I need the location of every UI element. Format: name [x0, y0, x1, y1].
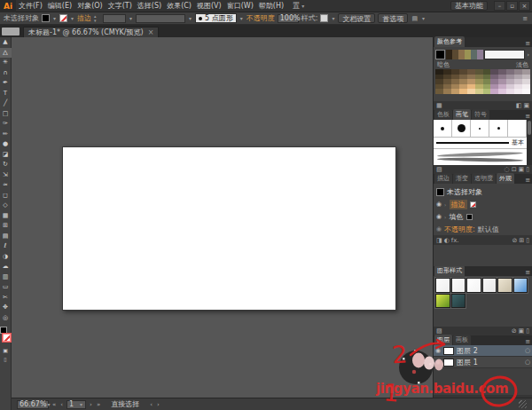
blend-tool[interactable]: ◑: [0, 252, 12, 263]
selection-tool[interactable]: ▲: [0, 37, 12, 48]
chevron-down-icon[interactable]: ▾: [52, 15, 57, 21]
zoom-tool[interactable]: ◎: [0, 313, 12, 324]
preferences-button[interactable]: 首选项: [378, 13, 408, 23]
tab-appearancegroup-3[interactable]: 外观: [497, 173, 514, 184]
layer-row[interactable]: ◉图层 1○: [434, 357, 532, 368]
minimize-button[interactable]: –: [494, 1, 505, 11]
resize-grip[interactable]: [519, 400, 527, 408]
blob-brush-tool[interactable]: ●: [0, 139, 12, 150]
base-color-swatch[interactable]: [435, 50, 445, 59]
save-group-icon[interactable]: ▣: [522, 102, 530, 109]
target-icon[interactable]: ○: [525, 359, 530, 366]
rotate-tool[interactable]: ↻: [0, 160, 12, 170]
shape-builder-tool[interactable]: ◇: [0, 201, 12, 211]
color-swatch[interactable]: [451, 89, 459, 94]
eye-icon[interactable]: ◉: [435, 347, 441, 354]
color-swatch[interactable]: [506, 89, 514, 94]
menu-file[interactable]: 文件(F): [16, 1, 45, 11]
artboard-tool[interactable]: ▭: [0, 282, 12, 293]
app-logo[interactable]: Ai: [0, 0, 16, 12]
zoom-level-select[interactable]: 66.67% ▾: [17, 400, 49, 409]
new-fill-icon[interactable]: ◐: [443, 237, 450, 244]
menu-object[interactable]: 对象(O): [74, 1, 106, 11]
tab-layersgroup-1[interactable]: 画板: [453, 335, 471, 345]
variations-right-icon[interactable]: ›: [526, 51, 530, 59]
graphic-style-item[interactable]: [451, 278, 466, 293]
color-swatch[interactable]: [514, 89, 522, 94]
graphic-style-item[interactable]: [451, 294, 466, 309]
eye-icon[interactable]: ◉: [436, 201, 442, 208]
eye-icon[interactable]: ◉: [436, 213, 442, 220]
brush-item[interactable]: [508, 120, 527, 137]
menu-window[interactable]: 窗口(W): [224, 1, 256, 11]
harmony-color-swatch[interactable]: [458, 50, 465, 59]
brush-item[interactable]: [471, 120, 489, 137]
expand-icon[interactable]: ›: [444, 201, 446, 208]
brush-item[interactable]: [434, 120, 452, 137]
tools-panel-grip[interactable]: [2, 28, 20, 35]
close-button[interactable]: ×: [519, 1, 530, 11]
harmony-color-swatch[interactable]: [465, 50, 471, 59]
harmony-color-swatch[interactable]: [446, 50, 452, 59]
controlbar-menu-icon[interactable]: ≡: [521, 15, 528, 22]
rectangle-tool[interactable]: □: [0, 109, 12, 120]
color-swatch[interactable]: [475, 89, 483, 94]
gradient-tool[interactable]: ▤: [0, 232, 12, 242]
color-swatch[interactable]: [435, 89, 443, 94]
target-icon[interactable]: ○: [525, 347, 530, 354]
break-link-icon[interactable]: ⊘: [511, 327, 518, 335]
expand-icon[interactable]: ›: [444, 214, 446, 220]
line-segment-tool[interactable]: ╱: [0, 99, 12, 109]
color-swatch[interactable]: [498, 89, 506, 94]
tab-graphic-styles[interactable]: 图形样式: [434, 265, 465, 276]
graphic-style-item[interactable]: [435, 294, 450, 309]
graphic-style-item[interactable]: [435, 278, 450, 293]
chevron-down-icon[interactable]: ▾: [301, 3, 305, 9]
opacity-row-label[interactable]: 不透明度:: [444, 225, 475, 234]
color-swatch[interactable]: [459, 89, 467, 94]
brushes-scrollbar[interactable]: [527, 120, 532, 165]
slice-tool[interactable]: ✂: [0, 293, 12, 304]
clear-appearance-icon[interactable]: ⊘: [511, 237, 518, 244]
stroke-weight-stepper[interactable]: ▴▾: [94, 14, 100, 23]
restore-button[interactable]: ▫: [506, 1, 518, 11]
pencil-tool[interactable]: ✏: [0, 130, 12, 140]
tab-appearancegroup-1[interactable]: 渐变: [453, 173, 471, 184]
tab-brushgroup-0[interactable]: 色板: [434, 109, 452, 120]
paintbrush-tool[interactable]: ✑: [0, 119, 12, 130]
panel-menu-icon[interactable]: ≡: [524, 177, 531, 184]
tab-color-guide[interactable]: 颜色参考: [434, 36, 465, 47]
brush-definition-select[interactable]: 5 点圆形: [195, 13, 237, 23]
menu-view[interactable]: 视图(V): [194, 1, 224, 11]
mesh-tool[interactable]: ⊞: [0, 221, 12, 232]
basic-brush-item[interactable]: 基本: [434, 138, 527, 149]
eyedropper-tool[interactable]: ℓ: [0, 241, 12, 252]
document-tab[interactable]: 未标题-1* @ 66.67% (CMYK/预览) ×: [23, 27, 159, 37]
delete-item-icon[interactable]: ▯: [525, 237, 530, 244]
scroll-right-icon[interactable]: ›: [156, 401, 160, 408]
brush-libraries-icon[interactable]: ▨: [435, 166, 443, 173]
chevron-down-icon[interactable]: ▾: [239, 15, 244, 21]
brush-item[interactable]: [452, 120, 471, 137]
magic-wand-tool[interactable]: ✳: [0, 58, 12, 68]
stroke-color-swatch[interactable]: [59, 14, 67, 22]
style-swatch[interactable]: [320, 14, 328, 22]
limit-colors-icon[interactable]: ▦: [435, 102, 443, 109]
type-tool[interactable]: T: [0, 89, 12, 99]
delete-style-icon[interactable]: ▯: [525, 327, 530, 335]
color-swatch[interactable]: [522, 89, 530, 94]
duplicate-item-icon[interactable]: ⊞: [518, 237, 525, 244]
color-swatch[interactable]: [443, 89, 451, 94]
appearance-fill-row[interactable]: ◉ › 填色: [436, 210, 529, 223]
menu-edit[interactable]: 编辑(E): [45, 1, 74, 11]
next-artboard-icon[interactable]: ›: [89, 401, 93, 408]
fill-black-swatch[interactable]: [466, 214, 473, 220]
charcoal-brush-item[interactable]: [434, 149, 527, 165]
menu-help[interactable]: 帮助(H): [256, 1, 286, 11]
color-swatch[interactable]: [467, 89, 475, 94]
artboard[interactable]: [62, 146, 396, 311]
panel-menu-icon[interactable]: ≡: [524, 113, 531, 120]
workspace-switcher[interactable]: 基本功能: [450, 1, 488, 11]
panel-menu-icon[interactable]: ≡: [524, 269, 531, 276]
lasso-tool[interactable]: ∩: [0, 68, 12, 79]
